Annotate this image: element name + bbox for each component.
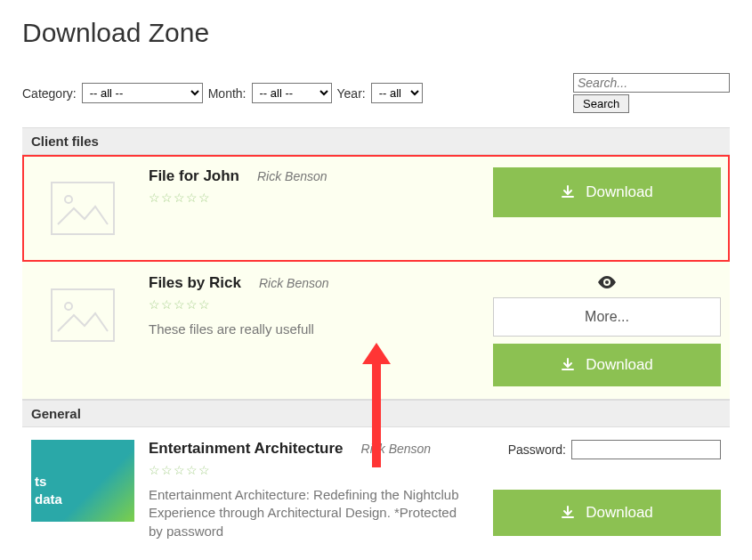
file-author: Rick Benson [259,276,329,290]
svg-point-4 [605,280,609,284]
thumbnail-image: ts data [31,440,134,522]
year-select[interactable]: -- all -- [371,83,423,103]
download-label: Download [586,183,653,201]
file-title: Files by Rick [149,274,241,292]
filter-bar: Category: -- all -- Month: -- all -- Yea… [22,73,730,113]
image-placeholder-icon [51,182,115,235]
more-button[interactable]: More... [493,297,721,337]
month-select[interactable]: -- all -- [252,83,332,103]
category-select[interactable]: -- all -- [82,83,203,103]
download-icon [561,506,575,520]
section-header-general: General [22,400,730,427]
thumb-text: data [35,491,62,507]
svg-rect-2 [52,289,114,341]
thumbnail-placeholder [31,167,134,249]
svg-point-1 [65,196,72,203]
download-icon [561,185,575,199]
svg-rect-0 [52,183,114,234]
download-label: Download [586,504,653,522]
file-item: Files by Rick Rick Benson ☆☆☆☆☆ These fi… [22,262,730,400]
password-label: Password: [508,442,566,457]
download-button[interactable]: Download [493,167,721,217]
file-title: Entertainment Architecture [149,440,344,458]
category-label: Category: [22,86,77,101]
rating-stars[interactable]: ☆☆☆☆☆ [149,191,482,205]
image-placeholder-icon [51,288,115,342]
download-button[interactable]: Download [493,344,721,386]
section-header-client: Client files [22,127,730,155]
file-item: File for John Rick Benson ☆☆☆☆☆ Download [22,155,730,262]
month-label: Month: [208,86,247,101]
file-description: Entertainment Architecture: Redefining t… [149,486,469,540]
year-label: Year: [337,86,366,101]
rating-stars[interactable]: ☆☆☆☆☆ [149,297,482,312]
file-title: File for John [149,167,239,185]
search-input[interactable] [573,73,730,93]
more-label: More... [585,309,629,325]
search-button[interactable]: Search [573,94,629,113]
file-author: Rick Benson [257,169,327,183]
file-item: ts data Entertainment Architecture Rick … [22,427,730,553]
thumbnail-placeholder [31,274,134,356]
page-title: Download Zone [22,18,730,48]
download-icon [561,358,575,372]
svg-point-3 [65,303,72,310]
download-button[interactable]: Download [493,490,721,536]
thumb-text: ts [35,474,46,489]
file-author: Rick Benson [361,442,432,456]
password-input[interactable] [571,440,721,459]
rating-stars[interactable]: ☆☆☆☆☆ [149,463,482,477]
eye-icon [596,274,618,295]
file-description: These files are really usefull [149,321,469,338]
download-label: Download [586,356,653,374]
